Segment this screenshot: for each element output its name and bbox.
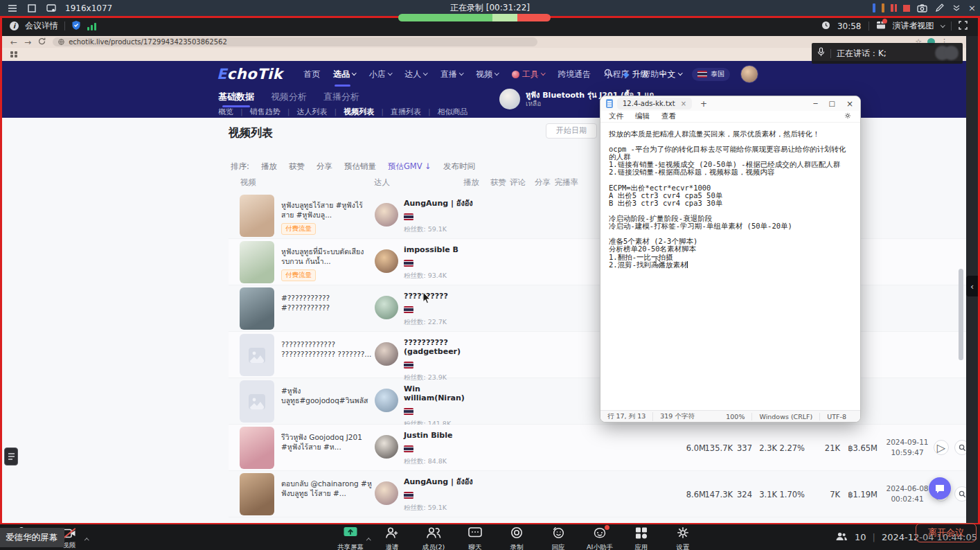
creator-name[interactable]: Justin Bible	[404, 431, 487, 440]
share-options-caret[interactable]	[367, 531, 371, 544]
user-avatar[interactable]	[740, 65, 758, 83]
toolbar-录制-button[interactable]: 录制	[499, 526, 535, 550]
view-mode-caret-icon[interactable]	[941, 23, 945, 27]
toolbar-邀请-button[interactable]: 邀请	[374, 526, 410, 550]
subnav-相似商品[interactable]: 相似商品	[438, 107, 468, 117]
info-icon[interactable]: i	[10, 21, 19, 30]
window-icon[interactable]	[26, 3, 37, 14]
pause-recording-button[interactable]	[891, 4, 897, 12]
sidebar-collapse-button[interactable]: ‹	[966, 276, 978, 296]
video-title[interactable]: #หูฟังบลูทูธ#goojodoq#วินพลัส	[281, 386, 373, 405]
video-title[interactable]: หูฟังบลูทูธที่มีระบบตัดเสียงรบกวน กันน้ำ…	[281, 247, 373, 266]
sort-option-分享[interactable]: 分享	[317, 161, 332, 172]
play-video-button[interactable]: ▷	[934, 440, 949, 455]
annotate-pencil-icon[interactable]	[934, 3, 945, 14]
video-thumbnail[interactable]	[240, 427, 274, 469]
view-mode-label[interactable]: 演讲者视图	[893, 20, 934, 32]
upgrade-button[interactable]: ◆升级	[623, 69, 648, 80]
tab-视频分析[interactable]: 视频分析	[271, 91, 307, 103]
toolbar-应用-button[interactable]: 应用	[623, 526, 659, 550]
video-thumbnail[interactable]	[240, 473, 274, 515]
video-options-caret[interactable]	[85, 531, 89, 544]
toolbar-聊天-button[interactable]: 聊天	[457, 526, 493, 550]
shield-icon[interactable]	[71, 20, 81, 33]
video-thumbnail[interactable]	[240, 334, 274, 376]
close-window-icon[interactable]: ×	[846, 99, 853, 109]
notepad-tab[interactable]: 12.4-ads-kk.txt×	[617, 98, 692, 109]
toolbar-AI小助手-button[interactable]: AI小助手	[582, 526, 618, 550]
toolbar-回应-button[interactable]: 回应	[540, 526, 576, 550]
collapse-toolbar-icon[interactable]	[951, 3, 962, 14]
minimize-icon[interactable]: ─	[813, 100, 817, 107]
network-signal-icon[interactable]	[87, 22, 96, 30]
menu-编辑[interactable]: 编辑	[635, 112, 650, 121]
creator-avatar[interactable]	[375, 203, 398, 227]
page-scrollbar[interactable]	[959, 269, 963, 360]
creator-avatar[interactable]	[375, 342, 398, 366]
echotik-logo[interactable]: EchoTik	[217, 66, 283, 82]
notepad-titlebar[interactable]: 12.4-ads-kk.txt× + ─ □ ×	[600, 96, 860, 111]
tab-直播分析[interactable]: 直播分析	[323, 91, 359, 103]
tab-基础数据[interactable]: 基础数据	[218, 91, 254, 103]
video-row[interactable]: ตอบกลับ @chainarong #หูฟังบลูทูธ ไร้สาย …	[229, 471, 966, 517]
nav-item-视频[interactable]: 视频	[476, 69, 499, 80]
video-thumbnail[interactable]	[240, 287, 274, 330]
creator-avatar[interactable]	[375, 435, 398, 459]
creator-name[interactable]: ??????????	[404, 292, 487, 301]
meeting-details-label[interactable]: 会议详情	[25, 20, 58, 32]
nav-item-选品[interactable]: 选品	[333, 69, 356, 80]
nav-item-工具[interactable]: 工具	[512, 69, 545, 80]
sort-option-预估GMV[interactable]: 预估GMV ↓	[388, 161, 431, 172]
subnav-视频列表[interactable]: 视频列表	[344, 107, 374, 117]
hamburger-menu-icon[interactable]	[7, 3, 18, 14]
view-layout-icon[interactable]	[876, 21, 886, 32]
creator-name[interactable]: AungAung | อังอัง	[404, 477, 487, 486]
toolbar-共享屏幕-button[interactable]: 共享屏幕	[332, 526, 368, 550]
nav-item-直播[interactable]: 直播	[440, 69, 463, 80]
toolbar-设置-button[interactable]: 设置	[665, 526, 701, 550]
sort-option-播放[interactable]: 播放	[261, 161, 277, 172]
video-title[interactable]: ตอบกลับ @chainarong #หูฟังบลูทูธ ไร้สาย …	[281, 479, 373, 498]
sort-option-获赞[interactable]: 获赞	[289, 161, 305, 172]
maximize-icon[interactable]: □	[828, 100, 835, 107]
reload-icon[interactable]	[38, 37, 46, 47]
subnav-直播列表[interactable]: 直播列表	[391, 107, 421, 117]
menu-文件[interactable]: 文件	[609, 112, 623, 121]
camera-screenshot-icon[interactable]	[916, 3, 927, 14]
address-bar[interactable]: echotik.live/products/172994342350386256…	[53, 37, 537, 46]
creator-name[interactable]: Winwilliam(Niran)	[404, 384, 487, 402]
nav-item-跨境通告[interactable]: 跨境通告	[558, 69, 591, 80]
new-tab-icon[interactable]: +	[700, 99, 707, 109]
creator-avatar[interactable]	[375, 481, 398, 505]
leave-meeting-button[interactable]: 离开会议	[916, 523, 977, 542]
stop-recording-button[interactable]	[903, 5, 910, 12]
notepad-text-area[interactable]: 投放的本质是把精准人群流量买回来，展示优质素材，然后转化！ ocpm -平台为了…	[600, 124, 860, 410]
annotation-toolbar-handle[interactable]	[4, 447, 18, 465]
video-title[interactable]: หูฟังบลูทูธไร้สาย #หูฟังไร้สาย #หูฟังบลู…	[281, 200, 373, 220]
sort-option-发布时间[interactable]: 发布时间	[443, 161, 475, 172]
zoom-level[interactable]: 100%	[719, 413, 752, 420]
nav-item-小店[interactable]: 小店	[369, 69, 392, 80]
video-row[interactable]: รีวิวหูฟัง Goojodoq J201 #หูฟังไร้สาย #ห…	[229, 425, 966, 471]
fullscreen-icon[interactable]	[959, 21, 968, 32]
sort-option-预估销量[interactable]: 预估销量	[344, 161, 376, 172]
language-selector[interactable]: 中文	[659, 69, 682, 80]
video-title[interactable]: รีวิวหูฟัง Goojodoq J201 #หูฟังไร้สาย #ห…	[281, 432, 373, 452]
apps-grid-icon[interactable]	[10, 51, 17, 58]
creator-avatar[interactable]	[375, 296, 398, 319]
forward-icon[interactable]: →	[24, 37, 31, 47]
creator-name[interactable]: AungAung | อังอัง	[404, 199, 487, 208]
back-icon[interactable]: ←	[10, 37, 17, 47]
video-thumbnail[interactable]	[240, 195, 274, 237]
country-selector[interactable]: 泰国	[692, 68, 730, 81]
video-thumbnail[interactable]	[240, 241, 274, 283]
subnav-概览[interactable]: 概览	[218, 107, 233, 117]
creator-name[interactable]: impossible B	[404, 245, 487, 254]
participants-icon[interactable]	[835, 531, 848, 544]
video-thumbnail[interactable]	[240, 380, 274, 423]
video-title[interactable]: ?????????????? ?????????????? ???????...	[281, 339, 373, 359]
notepad-settings-icon[interactable]	[844, 112, 852, 121]
creator-avatar[interactable]	[375, 389, 398, 412]
nav-item-首页[interactable]: 首页	[303, 69, 320, 80]
chat-widget-button[interactable]	[929, 477, 951, 499]
